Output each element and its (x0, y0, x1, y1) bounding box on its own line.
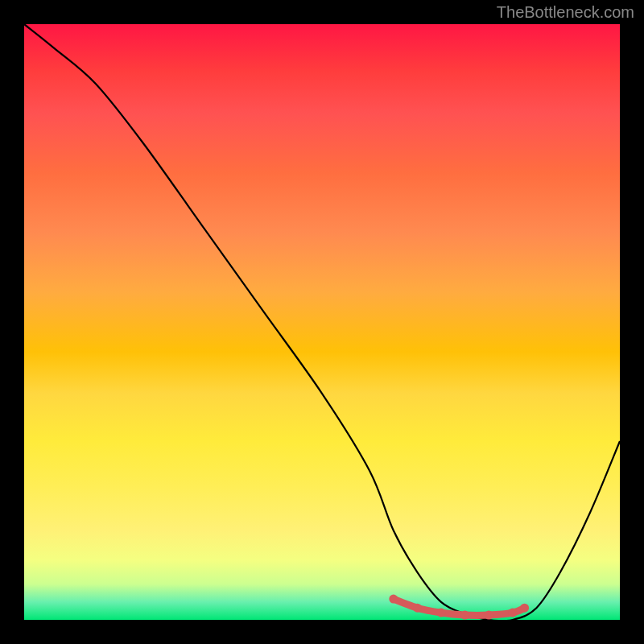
optimal-point (413, 604, 422, 613)
optimal-point (437, 609, 446, 617)
optimal-point (508, 609, 517, 617)
plot-area (24, 24, 620, 620)
optimal-point (520, 604, 529, 613)
attribution-text: TheBottleneck.com (497, 3, 634, 22)
optimal-point (389, 595, 398, 604)
optimal-point (485, 611, 493, 620)
chart-svg (24, 24, 620, 620)
bottleneck-curve (24, 24, 620, 620)
optimal-point (460, 611, 469, 620)
